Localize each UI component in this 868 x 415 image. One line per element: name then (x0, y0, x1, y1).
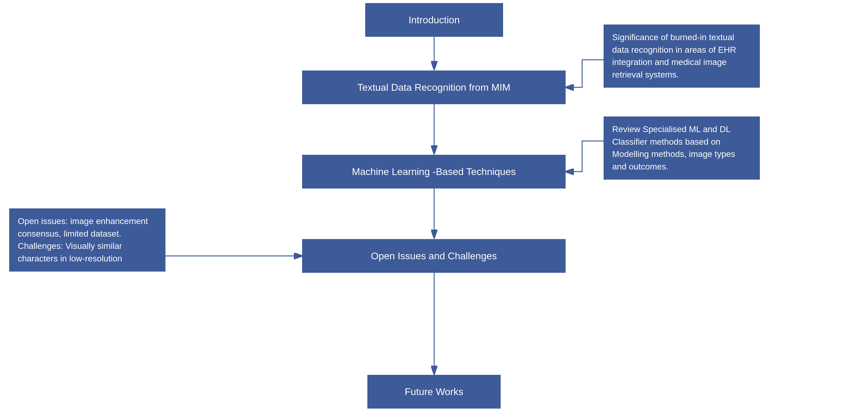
ml-techniques-box: Machine Learning -Based Techniques (302, 155, 566, 188)
arrow-review-to-ml (566, 141, 603, 172)
textual-data-label: Textual Data Recognition from MIM (357, 82, 510, 93)
review-side-box: Review Specialised ML and DL Classifier … (603, 116, 760, 180)
introduction-label: Introduction (408, 14, 460, 26)
ml-techniques-label: Machine Learning -Based Techniques (352, 166, 516, 177)
introduction-box: Introduction (365, 3, 503, 37)
textual-data-box: Textual Data Recognition from MIM (302, 70, 566, 104)
open-issues-detail-text: Open issues: image enhancement consensus… (18, 216, 148, 263)
significance-side-box: Significance of burned-in textual data r… (603, 25, 760, 88)
open-issues-label: Open Issues and Challenges (371, 250, 497, 262)
future-works-label: Future Works (405, 386, 463, 397)
significance-text: Significance of burned-in textual data r… (612, 32, 736, 79)
review-text: Review Specialised ML and DL Classifier … (612, 124, 735, 171)
flowchart-container: Introduction Textual Data Recognition fr… (0, 0, 868, 415)
arrow-significance-to-textual (566, 60, 603, 87)
future-works-box: Future Works (367, 375, 501, 409)
open-issues-box: Open Issues and Challenges (302, 239, 566, 273)
open-issues-detail-box: Open issues: image enhancement consensus… (9, 208, 165, 272)
